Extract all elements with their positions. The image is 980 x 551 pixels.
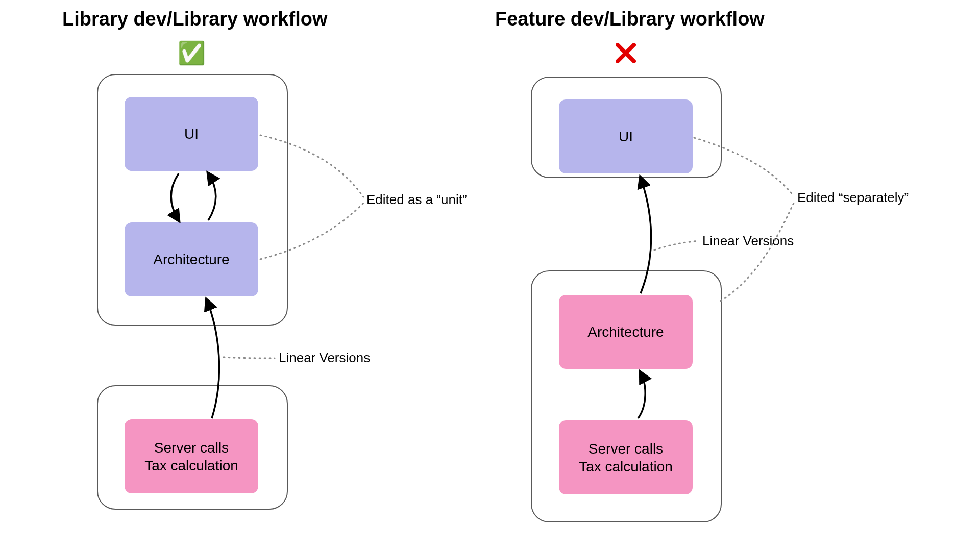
left-linear-dotted xyxy=(224,357,275,358)
right-server-node: Server calls Tax calculation xyxy=(559,420,693,494)
right-server-label-2: Tax calculation xyxy=(579,458,673,475)
left-arch-node: Architecture xyxy=(125,222,258,296)
right-arch-node: Architecture xyxy=(559,295,693,369)
right-separate-dotted-from-lower xyxy=(721,203,794,301)
left-unit-annotation: Edited as a “unit” xyxy=(366,192,467,208)
right-arch-label: Architecture xyxy=(587,323,664,341)
left-server-label-1: Server calls xyxy=(154,439,229,457)
right-ui-label: UI xyxy=(619,128,633,145)
right-linear-annotation: Linear Versions xyxy=(702,233,794,249)
cross-icon xyxy=(616,43,636,63)
right-server-label-1: Server calls xyxy=(589,440,663,458)
left-server-node: Server calls Tax calculation xyxy=(125,419,258,493)
left-arch-label: Architecture xyxy=(153,251,229,268)
left-server-label-2: Tax calculation xyxy=(144,457,238,474)
left-title: Library dev/Library workflow xyxy=(62,8,327,30)
right-title: Feature dev/Library workflow xyxy=(495,8,765,30)
check-icon: ✅ xyxy=(178,40,206,66)
right-separate-annotation: Edited “separately” xyxy=(797,190,909,206)
left-ui-node: UI xyxy=(125,97,258,171)
right-linear-dotted xyxy=(654,241,698,250)
right-ui-node: UI xyxy=(559,99,693,173)
left-ui-label: UI xyxy=(184,125,199,143)
left-linear-annotation: Linear Versions xyxy=(279,350,370,366)
